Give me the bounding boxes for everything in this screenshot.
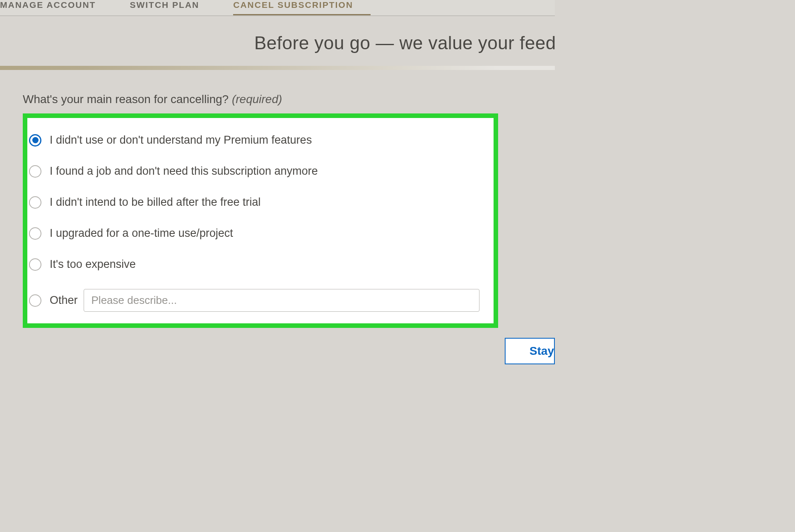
option-label-other[interactable]: Other xyxy=(50,294,78,307)
option-row-found-job[interactable]: I found a job and don't need this subscr… xyxy=(29,156,492,187)
other-describe-input[interactable] xyxy=(84,289,479,312)
radio-free-trial[interactable] xyxy=(29,196,41,209)
option-row-premium-features[interactable]: I didn't use or don't understand my Prem… xyxy=(29,121,492,156)
option-label-premium-features[interactable]: I didn't use or don't understand my Prem… xyxy=(50,134,312,147)
option-row-free-trial[interactable]: I didn't intend to be billed after the f… xyxy=(29,187,492,218)
tab-cancel-subscription[interactable]: CANCEL SUBSCRIPTION xyxy=(233,0,371,15)
radio-dot-icon xyxy=(32,137,39,143)
radio-expensive[interactable] xyxy=(29,258,41,271)
heading-section: Before you go — we value your feedback xyxy=(0,16,555,70)
option-label-expensive[interactable]: It's too expensive xyxy=(50,258,136,271)
question-text: What's your main reason for cancelling? xyxy=(23,93,232,106)
tab-manage-account[interactable]: MANAGE ACCOUNT xyxy=(0,0,113,15)
options-panel: I didn't use or don't understand my Prem… xyxy=(23,113,498,328)
page-heading: Before you go — we value your feedback xyxy=(0,33,555,53)
radio-premium-features[interactable] xyxy=(29,134,41,147)
required-label: (required) xyxy=(232,93,282,106)
option-row-expensive[interactable]: It's too expensive xyxy=(29,249,492,280)
option-row-other[interactable]: Other xyxy=(29,280,492,316)
radio-found-job[interactable] xyxy=(29,165,41,178)
tab-switch-plan[interactable]: SWITCH PLAN xyxy=(130,0,217,15)
option-label-free-trial[interactable]: I didn't intend to be billed after the f… xyxy=(50,196,260,209)
radio-one-time[interactable] xyxy=(29,227,41,240)
radio-other[interactable] xyxy=(29,294,41,307)
stay-button[interactable]: Stay xyxy=(505,338,555,364)
tab-bar: MANAGE ACCOUNT SWITCH PLAN CANCEL SUBSCR… xyxy=(0,0,555,16)
option-label-one-time[interactable]: I upgraded for a one-time use/project xyxy=(50,227,233,240)
option-label-found-job[interactable]: I found a job and don't need this subscr… xyxy=(50,165,318,178)
question-row: What's your main reason for cancelling? … xyxy=(23,93,532,106)
content-area: What's your main reason for cancelling? … xyxy=(0,70,555,328)
option-row-one-time[interactable]: I upgraded for a one-time use/project xyxy=(29,218,492,249)
